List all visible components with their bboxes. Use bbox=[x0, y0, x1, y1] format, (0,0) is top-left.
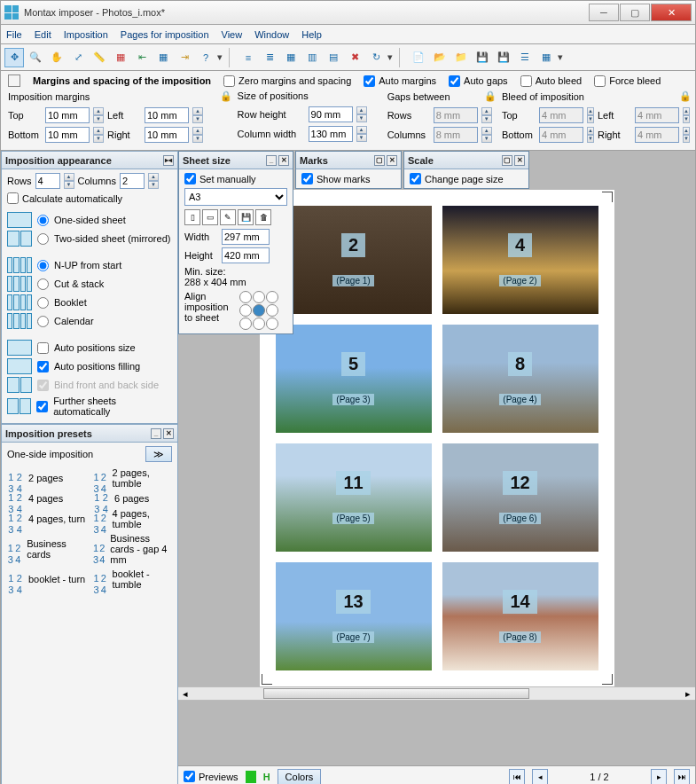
set-manually-check[interactable]: Set manually bbox=[184, 173, 287, 184]
calendar-radio[interactable] bbox=[37, 316, 49, 327]
minimize-icon[interactable]: _ bbox=[266, 155, 277, 166]
export-icon[interactable]: ▦ bbox=[536, 48, 556, 67]
align-left-icon[interactable]: ≡ bbox=[239, 48, 258, 67]
show-marks-check[interactable]: Show marks bbox=[301, 173, 395, 184]
menu-edit[interactable]: Edit bbox=[35, 29, 51, 40]
preset-apply-button[interactable]: ≫ bbox=[145, 446, 172, 462]
menu-window[interactable]: Window bbox=[254, 29, 289, 40]
swap-left-icon[interactable]: ⇤ bbox=[132, 48, 152, 67]
change-page-size-check[interactable]: Change page size bbox=[410, 173, 523, 184]
align-cols-icon[interactable]: ▥ bbox=[302, 48, 322, 67]
spinner[interactable]: ▲▼ bbox=[587, 127, 594, 143]
bleed-right-input[interactable] bbox=[635, 127, 679, 143]
preset-item[interactable]: 1234Business cards bbox=[7, 531, 86, 567]
spinner[interactable]: ▲▼ bbox=[481, 127, 492, 143]
sheet-height-input[interactable] bbox=[222, 247, 270, 263]
one-sided-radio[interactable] bbox=[37, 215, 49, 226]
spinner[interactable]: ▲▼ bbox=[148, 173, 159, 189]
new-doc-icon[interactable]: 📄 bbox=[409, 48, 428, 67]
edit-icon[interactable]: ✎ bbox=[220, 209, 236, 225]
lock-icon[interactable]: 🔒 bbox=[220, 90, 229, 102]
close-panel-icon[interactable]: ✕ bbox=[514, 155, 525, 166]
close-button[interactable]: ✕ bbox=[651, 4, 692, 21]
close-panel-icon[interactable]: ✕ bbox=[387, 155, 397, 166]
zoom-region-icon[interactable]: ⤢ bbox=[68, 48, 88, 67]
col-width-input[interactable] bbox=[309, 126, 353, 142]
cols-input[interactable] bbox=[120, 173, 145, 189]
preset-item[interactable]: 12344 pages bbox=[7, 490, 86, 506]
imposition-cell[interactable]: 5(Page 3) bbox=[276, 325, 432, 433]
auto-margins-check[interactable]: Auto margins bbox=[364, 75, 436, 87]
auto-gaps-check[interactable]: Auto gaps bbox=[449, 75, 508, 87]
delete-format-icon[interactable]: 🗑 bbox=[255, 209, 271, 225]
restore-icon[interactable]: ▢ bbox=[502, 155, 512, 166]
imposition-cell[interactable]: 11(Page 5) bbox=[276, 443, 432, 552]
minimize-icon[interactable]: _ bbox=[151, 428, 161, 439]
bleed-top-input[interactable] bbox=[539, 107, 583, 123]
preset-item[interactable]: 12342 pages bbox=[7, 466, 86, 490]
gaps-cols-input[interactable] bbox=[434, 127, 478, 143]
dropdown-icon[interactable]: ▾ bbox=[387, 51, 395, 63]
align-grid[interactable] bbox=[239, 291, 278, 330]
ruler-icon[interactable]: 📏 bbox=[90, 48, 109, 67]
cutstack-radio[interactable] bbox=[37, 278, 49, 290]
preset-item[interactable]: 12344 pages, tumble bbox=[93, 506, 172, 531]
close-panel-icon[interactable]: ✕ bbox=[278, 155, 289, 166]
grid-icon[interactable]: ▦ bbox=[153, 48, 173, 67]
imposition-cell[interactable]: 13(Page 7) bbox=[276, 562, 432, 670]
columns-icon[interactable]: ▦ bbox=[111, 48, 130, 67]
next-page-button[interactable]: ▸ bbox=[651, 769, 667, 785]
menu-help[interactable]: Help bbox=[301, 29, 322, 40]
spinner[interactable]: ▲▼ bbox=[587, 107, 594, 123]
spinner[interactable]: ▲▼ bbox=[93, 127, 104, 143]
open-icon[interactable]: 📂 bbox=[430, 48, 450, 67]
calc-auto-check[interactable]: Calculate automatically bbox=[7, 192, 172, 204]
save-format-icon[interactable]: 💾 bbox=[238, 209, 254, 225]
preset-item[interactable]: 1234booklet - turn bbox=[7, 567, 86, 592]
preset-item[interactable]: 1234booklet - tumble bbox=[93, 567, 172, 592]
collapse-icon[interactable]: ▸◂ bbox=[163, 155, 174, 166]
rows-input[interactable] bbox=[35, 173, 60, 189]
bleed-bottom-input[interactable] bbox=[539, 127, 583, 143]
align-rows-icon[interactable]: ▤ bbox=[324, 48, 343, 67]
menu-file[interactable]: File bbox=[6, 29, 22, 40]
save-icon[interactable]: 💾 bbox=[473, 48, 492, 67]
two-sided-radio[interactable] bbox=[37, 233, 49, 245]
lock-icon[interactable]: 🔒 bbox=[679, 90, 688, 102]
menu-pages[interactable]: Pages for imposition bbox=[121, 29, 209, 40]
maximize-button[interactable]: ▢ bbox=[620, 4, 650, 21]
spinner[interactable]: ▲▼ bbox=[93, 107, 104, 123]
minimize-button[interactable]: ─ bbox=[589, 4, 619, 21]
auto-pos-fill-check[interactable] bbox=[37, 361, 49, 372]
close-panel-icon[interactable]: ✕ bbox=[163, 428, 174, 439]
margin-left-input[interactable] bbox=[145, 107, 189, 123]
force-bleed-check[interactable]: Force bleed bbox=[594, 75, 661, 87]
open-alt-icon[interactable]: 📁 bbox=[451, 48, 471, 67]
menu-view[interactable]: View bbox=[222, 29, 243, 40]
format-select[interactable]: A3 bbox=[184, 188, 287, 206]
dropdown-icon[interactable]: ▾ bbox=[217, 51, 224, 63]
prev-page-button[interactable]: ◂ bbox=[532, 769, 548, 785]
margin-right-input[interactable] bbox=[145, 127, 189, 143]
preset-item[interactable]: 1234Business cards - gap 4 mm bbox=[93, 531, 172, 567]
horizontal-scrollbar[interactable]: ◂▸ bbox=[178, 686, 695, 701]
bleed-left-input[interactable] bbox=[635, 107, 679, 123]
swap-right-icon[interactable]: ⇥ bbox=[175, 48, 194, 67]
spinner[interactable]: ▲▼ bbox=[356, 126, 367, 142]
zero-margins-check[interactable]: Zero margins and spacing bbox=[223, 75, 351, 87]
sheet-width-input[interactable] bbox=[222, 229, 270, 245]
sheet-preview[interactable]: 2(Page 1) 4(Page 2) 5(Page 3) 8(Page 4) … bbox=[260, 190, 614, 686]
preset-item[interactable]: 12344 pages, turn bbox=[7, 506, 86, 531]
previews-check[interactable]: Previews bbox=[184, 771, 239, 782]
list-icon[interactable]: ☰ bbox=[515, 48, 535, 67]
preset-item[interactable]: 12342 pages, tumble bbox=[93, 466, 172, 490]
help-icon[interactable]: ? bbox=[196, 48, 215, 67]
imposition-cell[interactable]: 4(Page 2) bbox=[442, 206, 598, 314]
booklet-radio[interactable] bbox=[37, 297, 49, 309]
hand-tool-icon[interactable]: ✋ bbox=[47, 48, 66, 67]
first-page-button[interactable]: ⏮ bbox=[509, 769, 525, 785]
align-grid-icon[interactable]: ▦ bbox=[281, 48, 301, 67]
preset-item[interactable]: 12346 pages bbox=[93, 490, 172, 506]
spinner[interactable]: ▲▼ bbox=[64, 173, 74, 189]
last-page-button[interactable]: ⏭ bbox=[674, 769, 690, 785]
